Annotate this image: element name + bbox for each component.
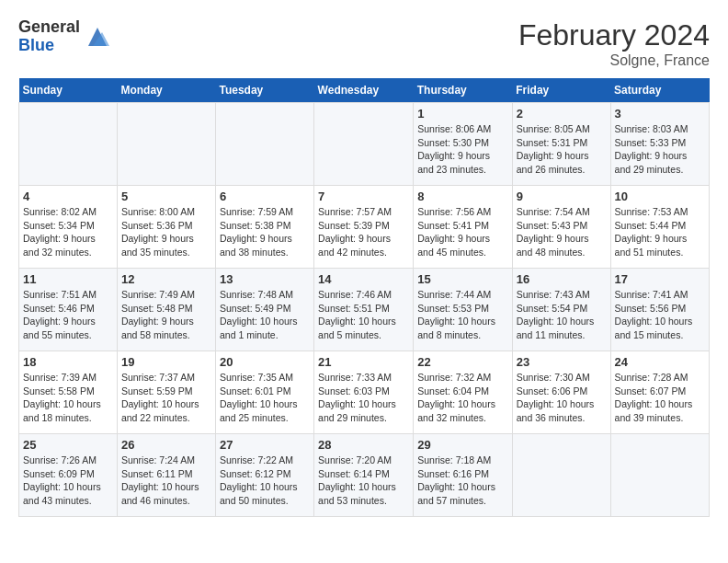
calendar-cell [610, 434, 709, 517]
day-number: 16 [517, 272, 607, 286]
day-info: Sunrise: 7:44 AM Sunset: 5:53 PM Dayligh… [417, 288, 507, 342]
calendar-cell: 27Sunrise: 7:22 AM Sunset: 6:12 PM Dayli… [215, 434, 313, 517]
day-info: Sunrise: 7:26 AM Sunset: 6:09 PM Dayligh… [23, 454, 113, 508]
day-info: Sunrise: 7:35 AM Sunset: 6:01 PM Dayligh… [220, 371, 310, 425]
calendar-cell: 20Sunrise: 7:35 AM Sunset: 6:01 PM Dayli… [215, 351, 313, 434]
calendar-cell [117, 103, 215, 186]
day-info: Sunrise: 7:33 AM Sunset: 6:03 PM Dayligh… [318, 371, 409, 425]
day-info: Sunrise: 7:59 AM Sunset: 5:38 PM Dayligh… [220, 205, 310, 259]
page-header: General Blue February 2024 Solgne, Franc… [18, 18, 710, 69]
calendar-cell: 4Sunrise: 8:02 AM Sunset: 5:34 PM Daylig… [19, 186, 118, 269]
calendar-cell: 13Sunrise: 7:48 AM Sunset: 5:49 PM Dayli… [215, 269, 313, 351]
day-info: Sunrise: 7:18 AM Sunset: 6:16 PM Dayligh… [417, 454, 507, 508]
day-info: Sunrise: 7:24 AM Sunset: 6:11 PM Dayligh… [121, 454, 211, 508]
day-number: 9 [517, 190, 607, 203]
day-number: 4 [23, 190, 113, 203]
day-info: Sunrise: 7:41 AM Sunset: 5:56 PM Dayligh… [615, 288, 705, 342]
calendar-cell: 14Sunrise: 7:46 AM Sunset: 5:51 PM Dayli… [314, 269, 414, 351]
calendar-cell: 6Sunrise: 7:59 AM Sunset: 5:38 PM Daylig… [215, 186, 313, 269]
day-number: 24 [615, 355, 705, 369]
calendar-cell: 12Sunrise: 7:49 AM Sunset: 5:48 PM Dayli… [117, 269, 215, 351]
calendar-cell: 17Sunrise: 7:41 AM Sunset: 5:56 PM Dayli… [610, 269, 709, 351]
calendar-cell: 28Sunrise: 7:20 AM Sunset: 6:14 PM Dayli… [314, 434, 414, 517]
day-number: 12 [121, 272, 211, 286]
day-info: Sunrise: 7:53 AM Sunset: 5:44 PM Dayligh… [615, 205, 705, 259]
weekday-header-row: SundayMondayTuesdayWednesdayThursdayFrid… [19, 78, 710, 103]
calendar-cell: 26Sunrise: 7:24 AM Sunset: 6:11 PM Dayli… [117, 434, 215, 517]
day-number: 27 [220, 438, 310, 452]
calendar-cell [19, 103, 118, 186]
calendar-cell [314, 103, 414, 186]
calendar-cell: 8Sunrise: 7:56 AM Sunset: 5:41 PM Daylig… [414, 186, 512, 269]
calendar-cell: 7Sunrise: 7:57 AM Sunset: 5:39 PM Daylig… [314, 186, 414, 269]
calendar-cell: 24Sunrise: 7:28 AM Sunset: 6:07 PM Dayli… [610, 351, 709, 434]
day-info: Sunrise: 7:48 AM Sunset: 5:49 PM Dayligh… [220, 288, 310, 342]
calendar-cell: 21Sunrise: 7:33 AM Sunset: 6:03 PM Dayli… [314, 351, 414, 434]
weekday-header-thursday: Thursday [414, 78, 512, 103]
weekday-header-friday: Friday [512, 78, 610, 103]
logo-blue: Blue [18, 37, 80, 55]
day-info: Sunrise: 7:54 AM Sunset: 5:43 PM Dayligh… [517, 205, 607, 259]
calendar-week-row: 1Sunrise: 8:06 AM Sunset: 5:30 PM Daylig… [19, 103, 710, 186]
day-info: Sunrise: 7:30 AM Sunset: 6:06 PM Dayligh… [517, 371, 607, 425]
day-info: Sunrise: 7:51 AM Sunset: 5:46 PM Dayligh… [23, 288, 113, 342]
weekday-header-monday: Monday [117, 78, 215, 103]
month-title: February 2024 [518, 18, 710, 52]
day-number: 22 [417, 355, 507, 369]
day-info: Sunrise: 7:32 AM Sunset: 6:04 PM Dayligh… [417, 371, 507, 425]
day-info: Sunrise: 7:28 AM Sunset: 6:07 PM Dayligh… [615, 371, 705, 425]
day-number: 23 [517, 355, 607, 369]
logo-general: General [18, 18, 80, 37]
day-number: 1 [417, 107, 507, 121]
calendar-cell: 5Sunrise: 8:00 AM Sunset: 5:36 PM Daylig… [117, 186, 215, 269]
calendar-cell: 9Sunrise: 7:54 AM Sunset: 5:43 PM Daylig… [512, 186, 610, 269]
calendar-table: SundayMondayTuesdayWednesdayThursdayFrid… [18, 78, 710, 517]
day-info: Sunrise: 8:02 AM Sunset: 5:34 PM Dayligh… [23, 205, 113, 259]
calendar-cell: 15Sunrise: 7:44 AM Sunset: 5:53 PM Dayli… [414, 269, 512, 351]
title-section: February 2024 Solgne, France [518, 18, 710, 69]
day-info: Sunrise: 8:05 AM Sunset: 5:31 PM Dayligh… [517, 122, 607, 177]
calendar-week-row: 18Sunrise: 7:39 AM Sunset: 5:58 PM Dayli… [19, 351, 710, 434]
day-number: 14 [318, 272, 409, 286]
day-number: 8 [417, 190, 507, 203]
day-number: 28 [318, 438, 409, 452]
weekday-header-tuesday: Tuesday [215, 78, 313, 103]
day-number: 19 [121, 355, 211, 369]
calendar-cell: 19Sunrise: 7:37 AM Sunset: 5:59 PM Dayli… [117, 351, 215, 434]
weekday-header-wednesday: Wednesday [314, 78, 414, 103]
day-info: Sunrise: 8:06 AM Sunset: 5:30 PM Dayligh… [417, 122, 507, 177]
day-number: 6 [220, 190, 310, 203]
calendar-cell: 2Sunrise: 8:05 AM Sunset: 5:31 PM Daylig… [512, 103, 610, 186]
day-info: Sunrise: 7:49 AM Sunset: 5:48 PM Dayligh… [121, 288, 211, 342]
calendar-cell: 3Sunrise: 8:03 AM Sunset: 5:33 PM Daylig… [610, 103, 709, 186]
location: Solgne, France [518, 52, 710, 69]
day-number: 2 [517, 107, 607, 121]
day-info: Sunrise: 7:46 AM Sunset: 5:51 PM Dayligh… [318, 288, 409, 342]
day-number: 21 [318, 355, 409, 369]
day-number: 13 [220, 272, 310, 286]
day-info: Sunrise: 7:43 AM Sunset: 5:54 PM Dayligh… [517, 288, 607, 342]
day-number: 20 [220, 355, 310, 369]
calendar-week-row: 25Sunrise: 7:26 AM Sunset: 6:09 PM Dayli… [19, 434, 710, 517]
calendar-cell: 11Sunrise: 7:51 AM Sunset: 5:46 PM Dayli… [19, 269, 118, 351]
day-info: Sunrise: 7:39 AM Sunset: 5:58 PM Dayligh… [23, 371, 113, 425]
day-number: 26 [121, 438, 211, 452]
day-info: Sunrise: 7:57 AM Sunset: 5:39 PM Dayligh… [318, 205, 409, 259]
calendar-cell: 25Sunrise: 7:26 AM Sunset: 6:09 PM Dayli… [19, 434, 118, 517]
calendar-week-row: 11Sunrise: 7:51 AM Sunset: 5:46 PM Dayli… [19, 269, 710, 351]
weekday-header-saturday: Saturday [610, 78, 709, 103]
calendar-cell: 16Sunrise: 7:43 AM Sunset: 5:54 PM Dayli… [512, 269, 610, 351]
day-number: 5 [121, 190, 211, 203]
calendar-cell: 10Sunrise: 7:53 AM Sunset: 5:44 PM Dayli… [610, 186, 709, 269]
calendar-cell [512, 434, 610, 517]
day-number: 18 [23, 355, 113, 369]
day-info: Sunrise: 8:03 AM Sunset: 5:33 PM Dayligh… [615, 122, 705, 177]
day-info: Sunrise: 8:00 AM Sunset: 5:36 PM Dayligh… [121, 205, 211, 259]
day-info: Sunrise: 7:22 AM Sunset: 6:12 PM Dayligh… [220, 454, 310, 508]
day-number: 3 [615, 107, 705, 121]
day-number: 11 [23, 272, 113, 286]
calendar-week-row: 4Sunrise: 8:02 AM Sunset: 5:34 PM Daylig… [19, 186, 710, 269]
day-info: Sunrise: 7:56 AM Sunset: 5:41 PM Dayligh… [417, 205, 507, 259]
day-number: 15 [417, 272, 507, 286]
calendar-cell [215, 103, 313, 186]
